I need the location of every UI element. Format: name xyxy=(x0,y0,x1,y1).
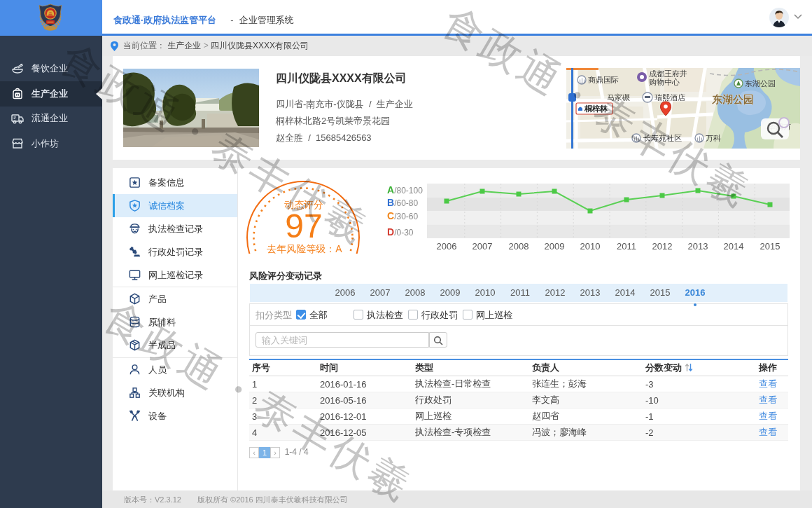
svg-text:瑞熙酒店: 瑞熙酒店 xyxy=(654,93,685,102)
svg-text:东湖公园: 东湖公园 xyxy=(745,79,776,88)
svg-text:2011: 2011 xyxy=(617,241,636,249)
svg-text:2006: 2006 xyxy=(437,241,457,249)
svg-text:2014: 2014 xyxy=(724,241,744,249)
svg-text:2013: 2013 xyxy=(688,241,708,249)
svg-text:2015: 2015 xyxy=(760,241,780,249)
svg-text:2012: 2012 xyxy=(652,241,673,249)
svg-text:2007: 2007 xyxy=(472,241,493,249)
svg-text:购物中心: 购物中心 xyxy=(649,78,680,86)
svg-text:成都王府井: 成都王府井 xyxy=(649,69,687,78)
svg-text:2010: 2010 xyxy=(580,241,601,249)
svg-text:万科: 万科 xyxy=(706,134,721,142)
svg-text:2009: 2009 xyxy=(545,241,565,249)
svg-text:2008: 2008 xyxy=(509,241,529,249)
svg-text:东湖公园: 东湖公园 xyxy=(711,93,754,105)
